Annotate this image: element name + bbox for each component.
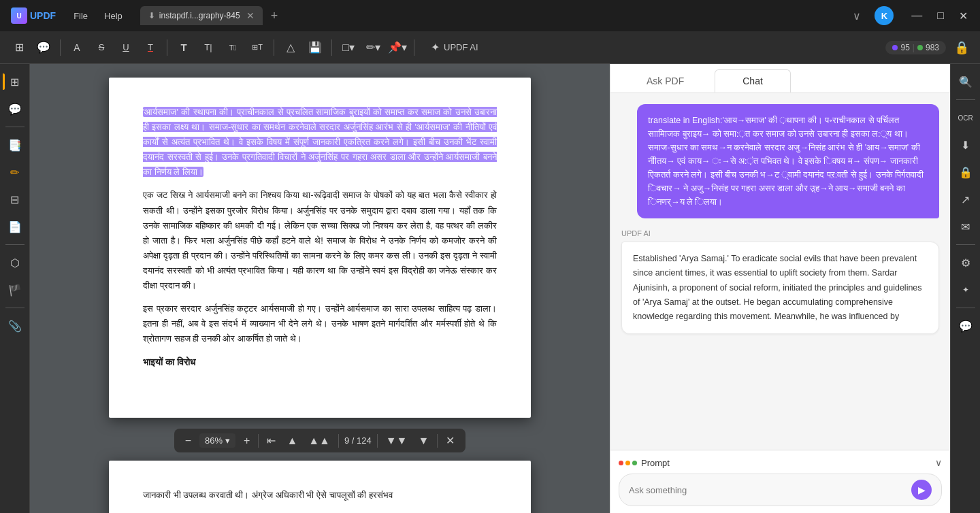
next-page-button2[interactable]: ▼▼ bbox=[383, 433, 410, 448]
ai-response-label: UPDF AI bbox=[621, 229, 939, 237]
underline-tool[interactable]: U bbox=[115, 37, 137, 59]
minimize-button[interactable]: — bbox=[904, 7, 929, 24]
right-lock-icon[interactable]: 🔒 bbox=[953, 160, 978, 184]
tab-title: instapdf.i...graphy-845 bbox=[159, 11, 240, 20]
maximize-button[interactable]: □ bbox=[930, 7, 951, 24]
first-page-button[interactable]: ⇤ bbox=[264, 433, 278, 448]
rect-tool[interactable]: □▾ bbox=[338, 37, 359, 59]
save-tool[interactable]: 💾 bbox=[304, 37, 326, 59]
sidebar-table-icon[interactable]: ⊟ bbox=[3, 187, 27, 212]
sidebar-scan-icon[interactable]: 📄 bbox=[3, 214, 27, 239]
tab-dropdown-icon[interactable]: ∨ bbox=[850, 7, 864, 25]
text-color-tool[interactable]: T bbox=[140, 37, 161, 59]
prompt-dot-2 bbox=[625, 461, 630, 465]
pdf-viewer[interactable]: 'आर्यसमाज' की स्थापना की। प्राचीनकाल से … bbox=[30, 64, 610, 513]
close-button[interactable]: ✕ bbox=[952, 7, 975, 25]
text-tool-3[interactable]: T⃞ bbox=[222, 37, 244, 59]
pdf-footer-text: जानकारी भी उपलब्ध करवाती थी। अंग्रेज अधि… bbox=[143, 488, 497, 503]
menu-bar: File Help bbox=[67, 8, 129, 24]
thumbnail-tool[interactable]: ⊞ bbox=[8, 37, 30, 59]
page-separator: / bbox=[352, 435, 357, 446]
text-tool-4[interactable]: ⊞T bbox=[246, 37, 268, 59]
menu-file[interactable]: File bbox=[67, 8, 95, 24]
sidebar-thumbnails-icon[interactable]: ⊞ bbox=[3, 69, 27, 94]
comment-tool[interactable]: 💬 bbox=[33, 37, 54, 59]
bottom-separator-4 bbox=[437, 434, 438, 448]
img-credit-count: 983 bbox=[926, 43, 939, 52]
current-page: 9 bbox=[344, 435, 349, 446]
tab-chat[interactable]: Chat bbox=[715, 69, 791, 93]
ai-panel: Ask PDF Chat translate in English:'आय→सम… bbox=[610, 64, 950, 513]
right-ocr-icon[interactable]: OCR bbox=[953, 105, 978, 130]
app-logo: U UPDF bbox=[5, 7, 61, 24]
tab-add-button[interactable]: + bbox=[265, 9, 284, 23]
right-chat-icon[interactable]: 💬 bbox=[953, 314, 978, 338]
prompt-chevron-icon[interactable]: ∨ bbox=[935, 457, 942, 468]
right-share-icon[interactable]: ↗ bbox=[953, 187, 978, 212]
prompt-dot-1 bbox=[619, 461, 623, 465]
strikethrough-tool[interactable]: S bbox=[91, 37, 112, 59]
sidebar-bookmark-icon[interactable]: 📑 bbox=[3, 133, 27, 157]
draw-tool[interactable]: ✏▾ bbox=[362, 37, 384, 59]
sidebar-layers-icon[interactable]: ⬡ bbox=[3, 250, 27, 275]
updf-ai-button[interactable]: ✦ UPDF AI bbox=[425, 38, 484, 56]
highlight-tool[interactable]: A bbox=[66, 37, 88, 59]
right-extract-icon[interactable]: ⬇ bbox=[953, 133, 978, 157]
main-toolbar: ⊞ 💬 A S U T T T| T⃞ ⊞T △ 💾 □▾ ✏▾ 📌▾ ✦ UP… bbox=[0, 31, 980, 64]
right-settings-icon[interactable]: ⚙ bbox=[953, 250, 978, 275]
zoom-display[interactable]: 86% ▾ bbox=[199, 433, 235, 448]
ai-credit-dot bbox=[892, 45, 898, 50]
updf-ai-label: UPDF AI bbox=[444, 42, 478, 52]
close-bar-button[interactable]: ✕ bbox=[443, 433, 457, 448]
pdf-paragraph-3: इस प्रकार सरदार अर्जुनसिंह कट्टर आर्यसमा… bbox=[143, 301, 497, 346]
pdf-paragraph-2: एक जट सिख ने आर्यसमाजी बनने का निश्चय कि… bbox=[143, 188, 497, 293]
menu-help[interactable]: Help bbox=[97, 8, 129, 24]
bottom-separator-2 bbox=[338, 434, 339, 448]
tab-close-icon[interactable]: ✕ bbox=[246, 10, 255, 21]
total-pages: 124 bbox=[357, 435, 372, 446]
ai-response: UPDF AI Established 'Arya Samaj.' To era… bbox=[621, 229, 939, 334]
send-icon: ▶ bbox=[918, 484, 926, 495]
chat-messages[interactable]: translate in English:'आय→समाज' की ़थापना… bbox=[610, 93, 950, 450]
send-button[interactable]: ▶ bbox=[911, 480, 932, 500]
shape-tool[interactable]: △ bbox=[280, 37, 301, 59]
prompt-label: Prompt bbox=[619, 458, 670, 468]
sidebar-attachment-icon[interactable]: 📎 bbox=[3, 314, 27, 338]
bottom-separator-3 bbox=[377, 434, 378, 448]
zoom-out-button[interactable]: − bbox=[182, 433, 194, 448]
text-tool-2[interactable]: T| bbox=[197, 37, 219, 59]
user-message: translate in English:'आय→समाज' की ़थापना… bbox=[637, 104, 939, 218]
pdf-content: 'आर्यसमाज' की स्थापना की। प्राचीनकाल से … bbox=[143, 105, 497, 371]
ai-credit-count: 95 bbox=[900, 43, 909, 52]
prev-page-button[interactable]: ▲ bbox=[284, 433, 300, 448]
bottom-separator-1 bbox=[258, 434, 259, 448]
tab-arrow-icon: ⬇ bbox=[148, 11, 155, 20]
sidebar-comments-icon[interactable]: 💬 bbox=[3, 97, 27, 121]
img-credit-dot bbox=[917, 45, 923, 50]
zoom-in-button[interactable]: + bbox=[241, 433, 252, 448]
prompt-input[interactable] bbox=[629, 485, 906, 495]
next-page-button[interactable]: ▼ bbox=[415, 433, 431, 448]
right-separator-2 bbox=[956, 244, 975, 245]
left-sidebar: ⊞ 💬 📑 ✏ ⊟ 📄 ⬡ 🏴 📎 bbox=[0, 64, 30, 513]
app-name: UPDF bbox=[30, 10, 56, 21]
tab-ask-pdf[interactable]: Ask PDF bbox=[619, 69, 712, 93]
sidebar-separator-2 bbox=[5, 244, 24, 245]
active-tab[interactable]: ⬇ instapdf.i...graphy-845 ✕ bbox=[140, 6, 263, 25]
user-message-text: translate in English:'आय→समाज' की ़थापना… bbox=[648, 116, 924, 207]
right-mail-icon[interactable]: ✉ bbox=[953, 214, 978, 239]
active-indicator bbox=[3, 73, 5, 90]
sidebar-separator-1 bbox=[5, 127, 24, 127]
text-tool-1[interactable]: T bbox=[173, 37, 195, 59]
toolbar-separator-1 bbox=[60, 39, 61, 56]
pin-tool[interactable]: 📌▾ bbox=[387, 37, 408, 59]
right-ai-icon[interactable]: ✦ bbox=[953, 278, 978, 302]
sidebar-edit-icon[interactable]: ✏ bbox=[3, 160, 27, 184]
lock-button[interactable]: 🔒 bbox=[951, 37, 972, 58]
tab-bar: ⬇ instapdf.i...graphy-845 ✕ + bbox=[140, 6, 845, 25]
sidebar-flag-icon[interactable]: 🏴 bbox=[3, 278, 27, 302]
prompt-dots bbox=[619, 461, 637, 465]
user-avatar[interactable]: K bbox=[875, 6, 894, 25]
prev-page-button2[interactable]: ▲▲ bbox=[306, 433, 333, 448]
right-search-icon[interactable]: 🔍 bbox=[953, 69, 978, 94]
